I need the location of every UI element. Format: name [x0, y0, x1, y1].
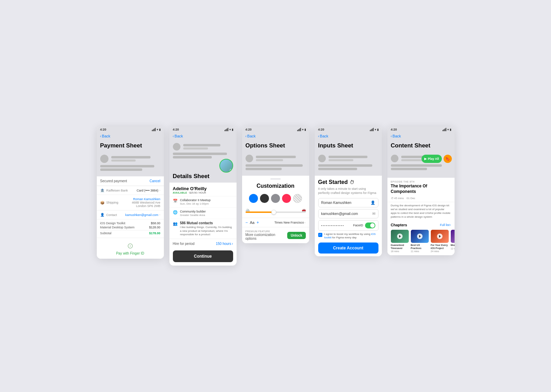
chapter-4[interactable]: More Content 12 mins	[451, 230, 455, 252]
back-chevron-5: ‹	[391, 134, 392, 138]
play-all-button[interactable]: ▶ Play All	[422, 155, 441, 163]
chapter-duration-3: 24 mins	[431, 250, 449, 252]
back-button-2[interactable]: ‹ Back	[173, 134, 183, 138]
font-selector[interactable]: Times New Francisco ›	[274, 221, 306, 224]
wifi-icon-2: ▾	[229, 128, 231, 131]
payment-content: Secured payment Cancel 🏦 Raiffeisen Bank…	[97, 176, 164, 259]
screen-title-1: Payment Sheet	[97, 140, 164, 152]
chevron-icon: ›	[159, 189, 160, 192]
create-account-button[interactable]: Create Account	[318, 243, 378, 254]
agree-text-after: for Figma every day	[331, 236, 356, 239]
get-started-title: Get Started	[318, 179, 348, 185]
font-minus-btn[interactable]: −	[246, 220, 248, 225]
bank-value: Card (•••• 3884)	[137, 189, 158, 192]
back-label-4: Back	[320, 134, 328, 138]
battery-icon-2: ▮	[232, 128, 233, 131]
nav-bar-3: ‹ Back	[242, 133, 309, 140]
community-icon: 🌐	[173, 210, 178, 215]
slider-section: 🚲 🚗	[242, 205, 309, 218]
rate-text: · $25-50 / HOUR	[188, 192, 206, 194]
gray-placeholder-1	[97, 152, 164, 176]
play-overlay-3	[437, 234, 443, 239]
chapter-1[interactable]: Guaranteed Timesaver 18 mins	[391, 230, 409, 252]
signal-icon	[152, 128, 156, 131]
status-icons-4: ▾ ▮	[370, 128, 378, 131]
content-screen: 4:20 ▾ ▮ ‹ Back Content Sheet	[387, 126, 455, 255]
agree-checkbox[interactable]	[318, 233, 322, 237]
finger-id-section[interactable]: ⊙ Pay with Finger ID	[97, 238, 164, 259]
chapter-thumb-4	[451, 230, 455, 243]
font-row: − Aa + Times New Francisco ›	[242, 218, 309, 227]
contact-icon: 👤	[100, 213, 104, 217]
options-screen: 4:20 ▾ ▮ ‹ Back Options Sheet	[242, 126, 309, 243]
time-5: 4:20	[391, 128, 397, 131]
color-blue[interactable]	[249, 194, 258, 203]
status-icons-1: ▾ ▮	[152, 128, 160, 131]
status-bar-1: 4:20 ▾ ▮	[97, 126, 164, 133]
chapter-name-3: For Your Every iOS Project	[431, 244, 449, 250]
chapter-2[interactable]: Best UX Practices 11 mins	[411, 230, 429, 252]
hire-row[interactable]: Hire for period 150 hours ›	[169, 239, 237, 248]
slider-thumb[interactable]	[271, 210, 276, 215]
contact-label: Contact	[106, 213, 117, 217]
font-name-label: Times New Francisco	[274, 221, 304, 224]
status-bar-4: 4:20 ▾ ▮	[315, 126, 382, 133]
email-input[interactable]: kamushken@gmail.com ✉	[318, 209, 378, 218]
back-button-1[interactable]: ‹ Back	[100, 134, 111, 138]
color-pink[interactable]	[282, 194, 291, 203]
continue-button[interactable]: Continue	[173, 250, 233, 262]
shipping-row[interactable]: 📦 Shipping Roman Kamushken 468B Westwood…	[97, 195, 164, 210]
contact-row[interactable]: 👤 Contact kamushken@gmail.com ›	[97, 210, 164, 219]
back-label-1: Back	[102, 134, 110, 138]
color-striped[interactable]	[293, 194, 302, 203]
chapter-name-1: Guaranteed Timesaver	[391, 244, 409, 250]
bio-text: I like building things. Currently, I'm b…	[180, 226, 233, 236]
back-label-3: Back	[247, 134, 256, 138]
chapter-name-2: Best UX Practices	[411, 244, 429, 250]
details-content: Adeline O'Reilly AVAILABLE · $25-50 / HO…	[169, 183, 237, 262]
back-button-4[interactable]: ‹ Back	[318, 134, 329, 138]
shipping-address1: 468B Westwood Ave	[132, 201, 160, 204]
chapters-header: Chapters Full list ›	[387, 221, 455, 228]
event-item: 📅 Collaborator II Meetup Sun, Dec 16 ay …	[169, 196, 237, 207]
chapters-scroll: Guaranteed Timesaver 18 mins Best UX Pra…	[387, 228, 455, 255]
color-gray[interactable]	[271, 194, 280, 203]
get-started-section: Get Started ⏱ It only takes a minute to …	[315, 176, 382, 256]
play-icon: ▶	[424, 157, 427, 161]
play-overlay-1	[397, 234, 403, 239]
font-chevron: ›	[305, 221, 306, 224]
chapter-3[interactable]: For Your Every iOS Project 24 mins	[431, 230, 449, 252]
name-input[interactable]: Roman Kamushken 👤	[318, 198, 378, 207]
agree-text: I agree to boost my workflow by using iO…	[324, 233, 378, 240]
cancel-button[interactable]: Cancel	[149, 179, 160, 183]
password-input[interactable]: •••••••••••••• FaceID	[318, 220, 378, 231]
back-button-3[interactable]: ‹ Back	[246, 134, 256, 138]
payment-screen: 4:20 ▾ ▮ ‹ Back Payment Sheet	[97, 126, 164, 259]
item1-price: $58.00	[151, 221, 160, 225]
font-plus-btn[interactable]: +	[257, 220, 259, 225]
color-dark[interactable]	[260, 194, 269, 203]
back-button-5[interactable]: ‹ Back	[391, 134, 401, 138]
status-bar-5: 4:20 ▾ ▮	[387, 126, 455, 133]
back-chevron-3: ‹	[246, 134, 247, 138]
full-list-link[interactable]: Full list ›	[440, 223, 451, 227]
email-value: kamushken@gmail.com	[321, 212, 358, 216]
faceid-toggle[interactable]	[365, 223, 375, 228]
email-icon: ✉	[372, 212, 375, 216]
bookmark-button[interactable]: 🔖	[444, 155, 452, 163]
chapter-name-4: More Content	[451, 244, 455, 247]
screen-title-3: Options Sheet	[242, 140, 309, 152]
shipping-icon: 📦	[100, 201, 104, 205]
date-value: 01 Dec	[407, 197, 415, 200]
hire-label: Hire for period	[173, 242, 195, 246]
slider-track[interactable]	[246, 212, 306, 213]
unlock-button[interactable]: Unlock	[287, 232, 305, 239]
bank-row[interactable]: 🏦 Raiffeisen Bank Card (•••• 3884) ›	[97, 186, 164, 195]
battery-icon-3: ▮	[304, 128, 306, 131]
password-dots: ••••••••••••••	[321, 224, 344, 227]
wifi-icon: ▾	[157, 128, 158, 131]
available-badge: AVAILABLE	[173, 192, 187, 194]
time-4: 4:20	[318, 128, 324, 131]
font-aa-label: Aa	[250, 220, 254, 225]
chapter-duration-1: 18 mins	[391, 250, 409, 252]
